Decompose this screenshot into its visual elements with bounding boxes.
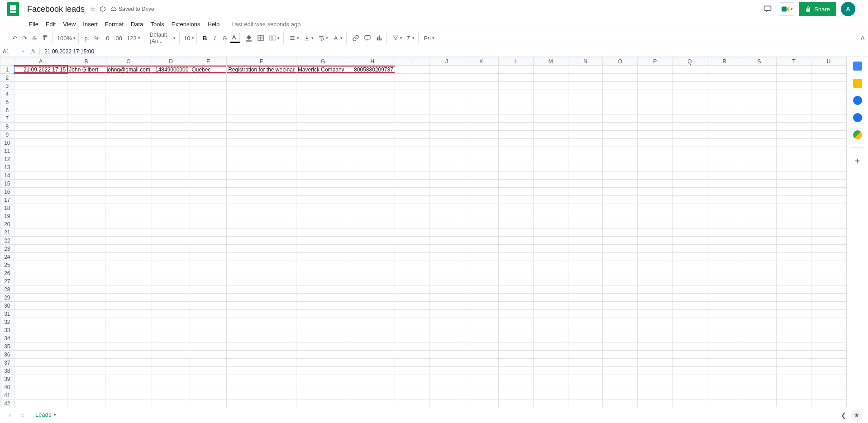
cell[interactable]	[638, 139, 672, 147]
cell[interactable]	[296, 228, 350, 237]
cell[interactable]	[568, 277, 603, 285]
cell[interactable]	[464, 342, 499, 351]
sheet-tab-leads[interactable]: Leads	[29, 409, 62, 422]
cell[interactable]	[672, 220, 707, 228]
cell[interactable]	[672, 294, 707, 302]
cell[interactable]	[638, 237, 672, 245]
cell[interactable]	[603, 147, 638, 155]
cell[interactable]	[14, 367, 67, 375]
cell[interactable]	[742, 269, 777, 277]
cell[interactable]	[152, 106, 190, 114]
cell[interactable]	[67, 285, 105, 294]
row-header[interactable]: 13	[0, 163, 14, 171]
cell[interactable]	[464, 90, 499, 98]
cell[interactable]	[105, 196, 152, 204]
cell[interactable]	[395, 204, 429, 212]
cell[interactable]	[777, 285, 811, 294]
column-header-D[interactable]: D	[152, 57, 190, 66]
cell[interactable]	[429, 342, 464, 351]
cell[interactable]	[742, 261, 777, 269]
cell[interactable]	[14, 237, 67, 245]
cell[interactable]	[533, 90, 568, 98]
cell[interactable]	[707, 196, 742, 204]
cell[interactable]	[227, 163, 296, 171]
document-title[interactable]: Facebook leads	[25, 4, 86, 15]
cell[interactable]	[152, 269, 190, 277]
cell[interactable]	[105, 212, 152, 220]
cell[interactable]	[777, 359, 811, 367]
cell[interactable]	[499, 139, 534, 147]
cell[interactable]	[811, 114, 846, 123]
cell[interactable]	[777, 155, 811, 163]
cell[interactable]	[777, 391, 811, 399]
cell[interactable]	[742, 196, 777, 204]
column-header-F[interactable]: F	[227, 57, 296, 66]
cell[interactable]	[296, 326, 350, 334]
cell[interactable]	[777, 123, 811, 131]
cell[interactable]	[429, 302, 464, 310]
cell[interactable]	[777, 342, 811, 351]
cell[interactable]	[105, 90, 152, 98]
row-header[interactable]: 7	[0, 114, 14, 123]
cell[interactable]	[499, 98, 534, 106]
cell[interactable]	[533, 82, 568, 90]
cell[interactable]	[533, 245, 568, 253]
cell[interactable]	[350, 90, 395, 98]
cell[interactable]	[533, 106, 568, 114]
cell[interactable]	[67, 269, 105, 277]
cell[interactable]	[190, 261, 227, 269]
cell[interactable]	[672, 245, 707, 253]
row-header[interactable]: 41	[0, 391, 14, 399]
cell[interactable]	[429, 220, 464, 228]
cell[interactable]	[350, 342, 395, 351]
cell[interactable]	[499, 106, 534, 114]
cell[interactable]	[811, 269, 846, 277]
cell[interactable]	[14, 212, 67, 220]
cell[interactable]	[395, 253, 429, 261]
cell[interactable]	[672, 334, 707, 342]
cell[interactable]	[638, 261, 672, 269]
cell[interactable]	[672, 359, 707, 367]
cell[interactable]	[672, 302, 707, 310]
cell[interactable]	[603, 261, 638, 269]
cell[interactable]	[811, 277, 846, 285]
cell[interactable]	[672, 253, 707, 261]
cell[interactable]	[105, 375, 152, 383]
cell[interactable]	[395, 66, 429, 74]
cell[interactable]	[105, 302, 152, 310]
cell[interactable]	[190, 342, 227, 351]
cell[interactable]	[350, 188, 395, 196]
cell[interactable]	[296, 155, 350, 163]
cell[interactable]	[67, 114, 105, 123]
row-header[interactable]: 4	[0, 90, 14, 98]
cell[interactable]	[638, 285, 672, 294]
cell[interactable]	[227, 228, 296, 237]
cell[interactable]	[568, 147, 603, 155]
cell[interactable]	[533, 180, 568, 188]
cell[interactable]	[638, 367, 672, 375]
cell[interactable]	[811, 334, 846, 342]
cell[interactable]	[14, 375, 67, 383]
row-header[interactable]: 14	[0, 171, 14, 180]
horizontal-align-button[interactable]	[287, 33, 301, 43]
cell[interactable]	[638, 196, 672, 204]
cell[interactable]	[14, 326, 67, 334]
cell[interactable]	[105, 155, 152, 163]
cell[interactable]	[533, 391, 568, 399]
cell[interactable]	[777, 196, 811, 204]
cell[interactable]	[152, 375, 190, 383]
cell[interactable]	[464, 188, 499, 196]
cell[interactable]	[152, 155, 190, 163]
cell[interactable]	[105, 326, 152, 334]
cell[interactable]	[227, 82, 296, 90]
cell[interactable]	[568, 204, 603, 212]
row-header[interactable]: 27	[0, 277, 14, 285]
cell[interactable]	[464, 269, 499, 277]
cell[interactable]	[777, 131, 811, 139]
cell[interactable]	[296, 245, 350, 253]
cell[interactable]	[499, 147, 534, 155]
cell[interactable]	[395, 163, 429, 171]
cell[interactable]	[350, 180, 395, 188]
cell[interactable]	[568, 180, 603, 188]
cell[interactable]	[707, 342, 742, 351]
